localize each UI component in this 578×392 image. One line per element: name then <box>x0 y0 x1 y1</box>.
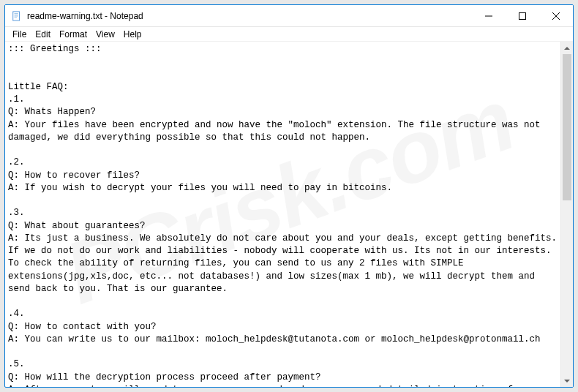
menu-help[interactable]: Help <box>119 29 146 40</box>
scroll-track[interactable] <box>561 54 573 374</box>
scroll-down-button[interactable] <box>561 374 573 387</box>
vertical-scrollbar[interactable] <box>560 42 573 387</box>
svg-rect-6 <box>519 12 526 19</box>
maximize-icon <box>519 12 526 20</box>
chevron-up-icon <box>564 47 570 50</box>
close-icon <box>552 12 560 20</box>
menu-file[interactable]: File <box>8 29 31 40</box>
svg-marker-10 <box>564 380 570 382</box>
scroll-up-button[interactable] <box>561 42 573 54</box>
close-button[interactable] <box>539 5 573 26</box>
window-controls <box>472 5 573 26</box>
menu-format[interactable]: Format <box>55 29 91 40</box>
menu-edit[interactable]: Edit <box>31 29 55 40</box>
maximize-button[interactable] <box>506 5 539 26</box>
titlebar: readme-warning.txt - Notepad <box>5 5 573 27</box>
notepad-window: readme-warning.txt - Notepad File Edit F… <box>4 4 574 388</box>
minimize-button[interactable] <box>472 5 506 26</box>
svg-marker-9 <box>564 47 570 50</box>
menubar: File Edit Format View Help <box>5 27 573 42</box>
content-area: ::: Greetings ::: Little FAQ: .1. Q: Wha… <box>5 42 573 387</box>
minimize-icon <box>485 12 492 20</box>
window-title: readme-warning.txt - Notepad <box>27 11 472 21</box>
chevron-down-icon <box>564 380 570 382</box>
menu-view[interactable]: View <box>91 29 119 40</box>
notepad-icon <box>11 10 23 22</box>
scroll-thumb[interactable] <box>563 54 571 200</box>
text-editor[interactable]: ::: Greetings ::: Little FAQ: .1. Q: Wha… <box>5 42 560 387</box>
